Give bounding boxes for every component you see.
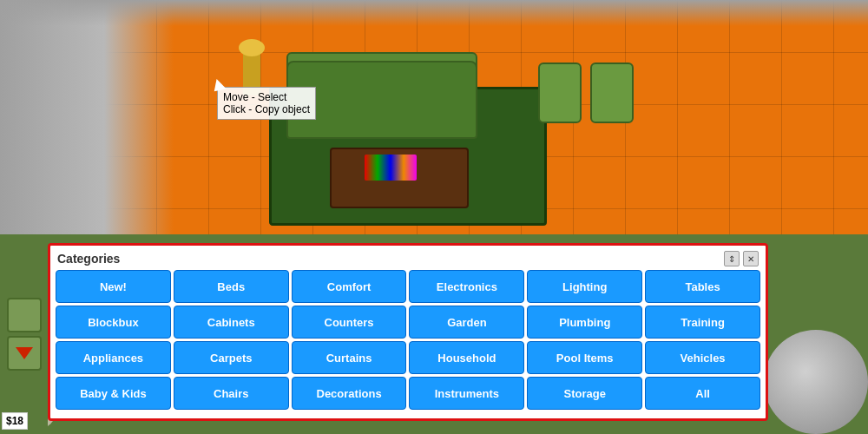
category-button-electronics[interactable]: Electronics: [409, 270, 524, 303]
bottom-area: $18 Categories ⇕ ✕ New!BedsComfortElectr…: [0, 234, 868, 434]
category-button-storage[interactable]: Storage: [527, 377, 642, 410]
panel-title: Categories: [57, 252, 120, 266]
category-button-appliances[interactable]: Appliances: [56, 341, 171, 374]
wall-left: [0, 0, 174, 234]
side-button-arrow[interactable]: [7, 336, 42, 371]
category-button-household[interactable]: Household: [409, 341, 524, 374]
category-button-tables[interactable]: Tables: [645, 270, 760, 303]
price-tag: $18: [2, 412, 28, 430]
sofa-cushion-right: [590, 62, 634, 123]
category-button-vehicles[interactable]: Vehicles: [645, 341, 760, 374]
categories-grid: New!BedsComfortElectronicsLightingTables…: [54, 270, 762, 411]
category-button-new-[interactable]: New!: [56, 270, 171, 303]
furniture-area: [217, 35, 651, 226]
panel-header: Categories ⇕ ✕: [54, 249, 762, 270]
category-button-pool-items[interactable]: Pool Items: [527, 341, 642, 374]
category-button-all[interactable]: All: [645, 377, 760, 410]
books: [365, 155, 417, 181]
category-button-baby---kids[interactable]: Baby & Kids: [56, 377, 171, 410]
category-button-blockbux[interactable]: Blockbux: [56, 306, 171, 339]
category-button-garden[interactable]: Garden: [409, 306, 524, 339]
category-button-lighting[interactable]: Lighting: [527, 270, 642, 303]
category-button-cabinets[interactable]: Cabinets: [174, 306, 289, 339]
close-button[interactable]: ✕: [743, 251, 759, 266]
panel-controls: ⇕ ✕: [724, 251, 759, 266]
category-button-decorations[interactable]: Decorations: [292, 377, 407, 410]
wall-top: [0, 0, 868, 26]
arrow-down-icon: [16, 347, 33, 359]
category-button-instruments[interactable]: Instruments: [409, 377, 524, 410]
lamp-shade: [239, 39, 265, 56]
side-panel-left: $18: [0, 234, 48, 434]
category-button-curtains[interactable]: Curtains: [292, 341, 407, 374]
sofa-main: [286, 61, 477, 139]
categories-panel: Categories ⇕ ✕ New!BedsComfortElectronic…: [48, 243, 768, 421]
category-button-beds[interactable]: Beds: [174, 270, 289, 303]
category-button-comfort[interactable]: Comfort: [292, 270, 407, 303]
category-button-carpets[interactable]: Carpets: [174, 341, 289, 374]
category-button-counters[interactable]: Counters: [292, 306, 407, 339]
side-button-top[interactable]: [7, 298, 42, 332]
category-button-training[interactable]: Training: [645, 306, 760, 339]
category-button-chairs[interactable]: Chairs: [174, 377, 289, 410]
round-decoration-right: [764, 330, 868, 434]
category-button-plumbing[interactable]: Plumbing: [527, 306, 642, 339]
sofa-cushion-left: [538, 62, 582, 123]
resize-button[interactable]: ⇕: [724, 251, 740, 266]
game-viewport: Move - Select Click - Copy object: [0, 0, 868, 234]
